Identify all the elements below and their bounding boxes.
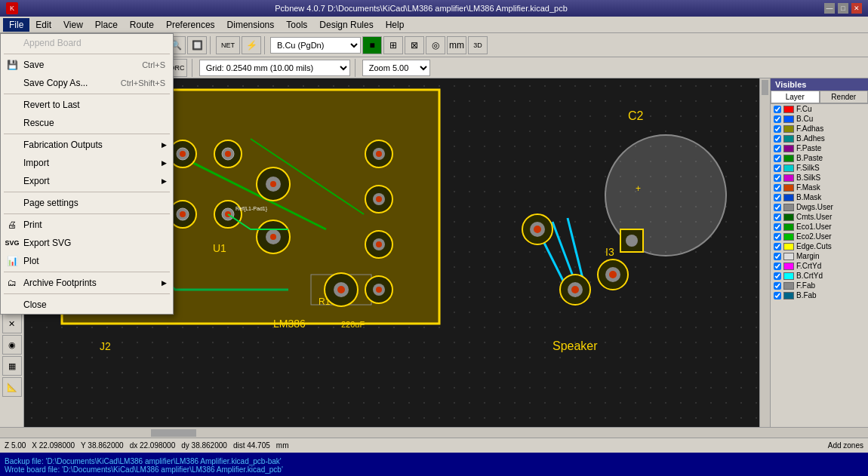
layer-checkbox-cmts-user[interactable] bbox=[774, 213, 781, 221]
maximize-button[interactable]: □ bbox=[838, 3, 848, 14]
h-scroll-thumb[interactable] bbox=[151, 429, 196, 437]
layer-row: F.Fab bbox=[771, 281, 868, 290]
layer-checkbox-f-mask[interactable] bbox=[774, 184, 781, 192]
menu-design-rules[interactable]: Design Rules bbox=[313, 18, 379, 32]
layer-checkbox-b-paste[interactable] bbox=[774, 155, 781, 162]
menu-file[interactable]: File bbox=[3, 18, 29, 32]
layer-row: B.Fab bbox=[771, 290, 868, 300]
archive-icon: 🗂 bbox=[5, 276, 19, 290]
unit-btn[interactable]: mm bbox=[447, 36, 466, 54]
layer-color-dwgs-user bbox=[783, 204, 794, 211]
layer-checkbox-f-cu[interactable] bbox=[774, 106, 781, 113]
layer-checkbox-dwgs-user[interactable] bbox=[774, 204, 781, 211]
grid-btn[interactable]: ⊞ bbox=[383, 36, 403, 54]
menu-item-export-svg[interactable]: SVG Export SVG bbox=[1, 234, 173, 252]
layer-checkbox-b-silks[interactable] bbox=[774, 174, 781, 182]
layer-checkbox-f-paste[interactable] bbox=[774, 145, 781, 152]
polar-btn[interactable]: ◎ bbox=[426, 36, 445, 54]
layer-color-b-adhes bbox=[783, 135, 794, 143]
menubar: File Edit View Place Route Preferences D… bbox=[0, 17, 868, 33]
menu-item-import[interactable]: Import bbox=[1, 154, 173, 172]
menu-item-page-settings[interactable]: Page settings bbox=[1, 194, 173, 212]
layer-checkbox-eco1-user[interactable] bbox=[774, 223, 781, 231]
zoom-select[interactable]: Zoom 5.00 bbox=[362, 60, 430, 76]
coord-z: Z 5.00 bbox=[5, 441, 26, 450]
sep3 bbox=[210, 36, 213, 54]
minimize-button[interactable]: — bbox=[824, 3, 835, 14]
menu-edit[interactable]: Edit bbox=[29, 18, 57, 32]
message-line1: Backup file: 'D:\Documents\KiCad\LM386 a… bbox=[5, 457, 863, 465]
menu-tools[interactable]: Tools bbox=[280, 18, 313, 32]
menu-item-archive-footprints[interactable]: 🗂 Archive Footprints bbox=[1, 274, 173, 292]
menu-route[interactable]: Route bbox=[124, 18, 160, 32]
layer-color-f-fab bbox=[783, 282, 794, 290]
layer-color-b-silks bbox=[783, 174, 794, 182]
grid-select[interactable]: Grid: 0.2540 mm (10.00 mils) bbox=[199, 60, 350, 76]
close-window-button[interactable]: ✕ bbox=[851, 3, 862, 14]
coord-dx: dx 22.098000 bbox=[130, 441, 176, 450]
layer-checkbox-margin[interactable] bbox=[774, 253, 781, 260]
vertical-scrollbar[interactable] bbox=[759, 78, 770, 427]
menu-item-save[interactable]: 💾 Save Ctrl+S bbox=[1, 56, 173, 74]
layer-name-label: F.Adhas bbox=[796, 124, 823, 133]
layer-color-b-cu bbox=[783, 115, 794, 123]
svg-point-73 bbox=[626, 235, 638, 247]
layer-row: Eco2.User bbox=[771, 232, 868, 241]
highlight-tool[interactable]: ◉ bbox=[2, 335, 22, 355]
v-scroll-thumb[interactable] bbox=[762, 80, 768, 95]
menu-item-fabrication-outputs[interactable]: Fabrication Outputs bbox=[1, 136, 173, 154]
layer-checkbox-b-mask[interactable] bbox=[774, 194, 781, 201]
import-icon bbox=[5, 156, 19, 170]
menu-item-plot[interactable]: 📊 Plot bbox=[1, 252, 173, 270]
layer-select[interactable]: B.Cu (PgDn) bbox=[270, 37, 361, 54]
layer-name-label: B.Cu bbox=[796, 115, 813, 123]
layer-checkbox-eco2-user[interactable] bbox=[774, 233, 781, 241]
svg-point-29 bbox=[270, 234, 276, 240]
titlebar-controls: — □ ✕ bbox=[824, 3, 862, 14]
layer-checkbox-f-fab[interactable] bbox=[774, 282, 781, 290]
file-menu-dropdown: Append Board 💾 Save Ctrl+S Save Copy As.… bbox=[0, 33, 174, 315]
sep6 bbox=[192, 59, 195, 77]
menu-item-save-copy-as[interactable]: Save Copy As... Ctrl+Shift+S bbox=[1, 74, 173, 92]
measure-tool[interactable]: 📐 bbox=[2, 377, 22, 397]
layer-checkbox-edge-cuts[interactable] bbox=[774, 243, 781, 250]
svg-text:C2: C2 bbox=[628, 109, 644, 122]
layer-checkbox-f-silks[interactable] bbox=[774, 164, 781, 172]
layer-checkbox-b-adhes[interactable] bbox=[774, 135, 781, 143]
menu-preferences[interactable]: Preferences bbox=[160, 18, 221, 32]
menu-item-close[interactable]: Close bbox=[1, 296, 173, 314]
tab-layer[interactable]: Layer bbox=[771, 91, 820, 103]
layer-checkbox-b-crtyd[interactable] bbox=[774, 272, 781, 280]
layer-row: F.Cu bbox=[771, 104, 868, 114]
layer-color-btn[interactable]: ■ bbox=[362, 36, 382, 54]
menu-item-export[interactable]: Export bbox=[1, 172, 173, 190]
menu-place[interactable]: Place bbox=[89, 18, 124, 32]
layer-checkbox-f-crtyd[interactable] bbox=[774, 263, 781, 270]
menu-dimensions[interactable]: Dimensions bbox=[221, 18, 281, 32]
layer-row: F.Mask bbox=[771, 183, 868, 192]
layer-checkbox-b-fab[interactable] bbox=[774, 292, 781, 299]
tab-render[interactable]: Render bbox=[820, 91, 869, 103]
page-settings-icon bbox=[5, 196, 19, 210]
coord-x: X 22.098000 bbox=[32, 441, 75, 450]
zoom-area-button[interactable]: 🔲 bbox=[187, 36, 207, 54]
svg-text:220uF: 220uF bbox=[341, 320, 365, 329]
delete-tool[interactable]: ✕ bbox=[2, 314, 22, 333]
layer-row: Margin bbox=[771, 251, 868, 261]
menu-item-revert[interactable]: Revert to Last bbox=[1, 96, 173, 114]
layer-checkbox-b-cu[interactable] bbox=[774, 115, 781, 123]
menu-help[interactable]: Help bbox=[380, 18, 411, 32]
ratsnest-button[interactable]: ⚡ bbox=[242, 36, 261, 54]
menu-item-rescue[interactable]: Rescue bbox=[1, 114, 173, 132]
zone-tool[interactable]: ▦ bbox=[2, 356, 22, 376]
layer-name-label: B.Fab bbox=[796, 291, 817, 299]
grid2-btn[interactable]: ⊠ bbox=[405, 36, 424, 54]
menu-view[interactable]: View bbox=[57, 18, 89, 32]
3d-btn[interactable]: 3D bbox=[468, 36, 488, 54]
menu-item-print[interactable]: 🖨 Print bbox=[1, 216, 173, 234]
netlist-button[interactable]: NET bbox=[216, 36, 240, 54]
horizontal-scrollbar[interactable] bbox=[0, 427, 868, 438]
layer-color-b-crtyd bbox=[783, 272, 794, 280]
svg-point-8 bbox=[180, 151, 186, 157]
layer-checkbox-f-adhas[interactable] bbox=[774, 125, 781, 133]
